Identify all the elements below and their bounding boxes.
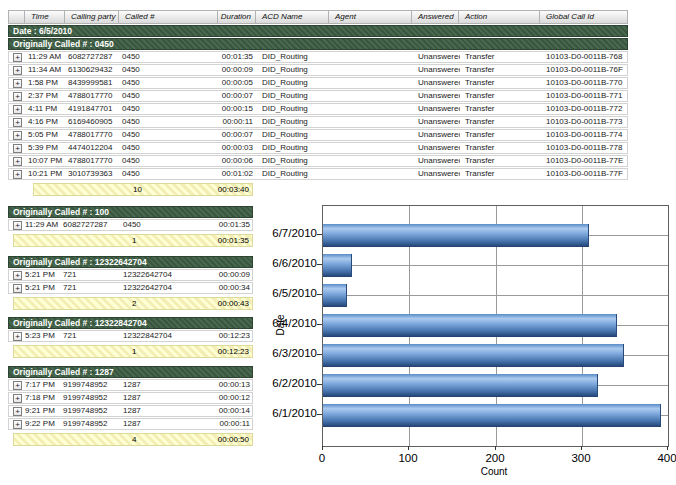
cell-action: Transfer [460,65,541,75]
cell-called: 0450 [120,156,219,166]
expand-row-button[interactable]: + [13,170,22,179]
cell-duration: 00:01:35 [181,220,254,230]
cell-answered: Unanswered [413,65,460,75]
cell-calling-party: 9199748952 [61,406,121,416]
table-row[interactable]: +7:17 PM9199748952128700:00:13 [8,379,253,391]
gridline-horizontal [323,295,668,296]
y-axis-title: Date [275,301,289,349]
cell-called: 0450 [120,169,219,179]
summary-total-duration: 00:00:43 [218,298,249,309]
table-row[interactable]: +4:16 PM6169460905045000:00:11DID_Routin… [8,116,628,128]
y-axis-tick-label: 6/1/2010 [266,406,317,421]
expand-cell: + [9,419,23,429]
cell-calling-party: 4474012204 [66,143,120,153]
originally-called-group-header: Originally Called # : 12322842704 [8,317,253,329]
table-row[interactable]: +7:18 PM9199748952128700:00:12 [8,392,253,404]
cell-time: 4:16 PM [26,117,66,127]
cell-calling-party: 6082727287 [61,220,121,230]
cell-acd-name: DID_Routing [257,169,330,179]
column-header-called: Called # [119,10,218,24]
cell-acd-name: DID_Routing [257,78,330,88]
cell-called: 0450 [120,91,219,101]
expand-row-button[interactable]: + [13,284,22,293]
expand-row-button[interactable]: + [13,381,22,390]
table-row[interactable]: +10:07 PM4788017770045000:00:06DID_Routi… [8,155,628,167]
cell-action: Transfer [460,78,541,88]
cell-duration: 00:00:34 [181,283,254,293]
column-header-action: Action [459,10,540,24]
expand-row-button[interactable]: + [13,79,22,88]
cell-time: 7:18 PM [23,393,61,403]
cell-calling-party: 9199748952 [61,380,121,390]
cell-time: 11:29 AM [23,220,61,230]
cell-time: 5:05 PM [26,130,66,140]
cell-duration: 00:00:03 [219,143,257,153]
table-row[interactable]: +5:21 PM7211232264270400:00:34 [8,282,253,294]
summary-call-count: 10 [133,184,142,195]
cell-time: 9:21 PM [23,406,61,416]
expand-cell: + [9,143,26,153]
expand-row-button[interactable]: + [13,131,22,140]
expand-row-button[interactable]: + [13,66,22,75]
table-row[interactable]: +5:23 PM7211232284270400:12:23 [8,330,253,342]
expand-cell: + [9,117,26,127]
expand-row-button[interactable]: + [13,105,22,114]
cell-global-call-id: 10103-D0-0011B-76F [541,65,629,75]
x-axis-tick-label: 100 [383,452,433,464]
cell-calling-party: 721 [61,283,121,293]
expand-row-button[interactable]: + [13,221,22,230]
cell-time: 10:21 PM [26,169,66,179]
cell-called: 0450 [120,117,219,127]
cell-agent [330,130,413,140]
cell-global-call-id: 10103-D0-0011B-77F [541,169,629,179]
table-row[interactable]: +5:39 PM4474012204045000:00:03DID_Routin… [8,142,628,154]
cell-called: 0450 [120,52,219,62]
expand-row-button[interactable]: + [13,92,22,101]
expand-row-button[interactable]: + [13,271,22,280]
column-header-acd-name: ACD Name [256,10,329,24]
side-group-table: Originally Called # : 1287+7:17 PM919974… [8,366,253,446]
table-row[interactable]: +10:21 PM3010739363045000:01:02DID_Routi… [8,168,628,180]
cell-called: 0450 [120,65,219,75]
cell-time: 7:17 PM [23,380,61,390]
cell-agent [330,143,413,153]
cell-action: Transfer [460,117,541,127]
expand-row-button[interactable]: + [13,118,22,127]
group-summary-row: 100:12:23 [13,345,253,358]
summary-call-count: 1 [132,346,136,357]
expand-cell: + [9,52,26,62]
table-row[interactable]: +4:11 PM4191847701045000:00:15DID_Routin… [8,103,628,115]
chart-bar [323,344,624,367]
column-header-time: Time [25,10,65,24]
table-row[interactable]: +9:22 PM9199748952128700:00:11 [8,418,253,430]
expand-row-button[interactable]: + [13,420,22,429]
expand-row-button[interactable]: + [13,157,22,166]
cell-action: Transfer [460,143,541,153]
expand-cell: + [9,393,23,403]
cell-called: 0450 [120,130,219,140]
cell-duration: 00:00:13 [181,380,254,390]
group-summary-row: 100:01:35 [13,234,253,247]
y-axis-tick-mark [317,234,322,235]
x-axis-tick-mark [495,446,496,450]
cell-calling-party: 721 [61,331,121,341]
table-row[interactable]: +2:37 PM4788017770045000:00:07DID_Routin… [8,90,628,102]
cell-acd-name: DID_Routing [257,117,330,127]
expand-row-button[interactable]: + [13,144,22,153]
summary-total-duration: 00:12:23 [218,346,249,357]
table-row[interactable]: +11:34 AM6130629432045000:00:09DID_Routi… [8,64,628,76]
expand-row-button[interactable]: + [13,407,22,416]
table-row[interactable]: +5:21 PM7211232264270400:00:09 [8,269,253,281]
expand-row-button[interactable]: + [13,332,22,341]
table-row[interactable]: +1:58 PM8439999581045000:00:05DID_Routin… [8,77,628,89]
column-header-duration: Duration [218,10,256,24]
table-row[interactable]: +11:29 AM6082727287045000:01:35 [8,219,253,231]
table-row[interactable]: +5:05 PM4788017770045000:00:07DID_Routin… [8,129,628,141]
table-row[interactable]: +11:29 AM6082727287045000:01:35DID_Routi… [8,51,628,63]
cell-action: Transfer [460,156,541,166]
chart-bar [323,404,661,427]
expand-row-button[interactable]: + [13,53,22,62]
expand-row-button[interactable]: + [13,394,22,403]
group-summary-row: 10 00:03:40 [33,183,253,196]
table-row[interactable]: +9:21 PM9199748952128700:00:14 [8,405,253,417]
